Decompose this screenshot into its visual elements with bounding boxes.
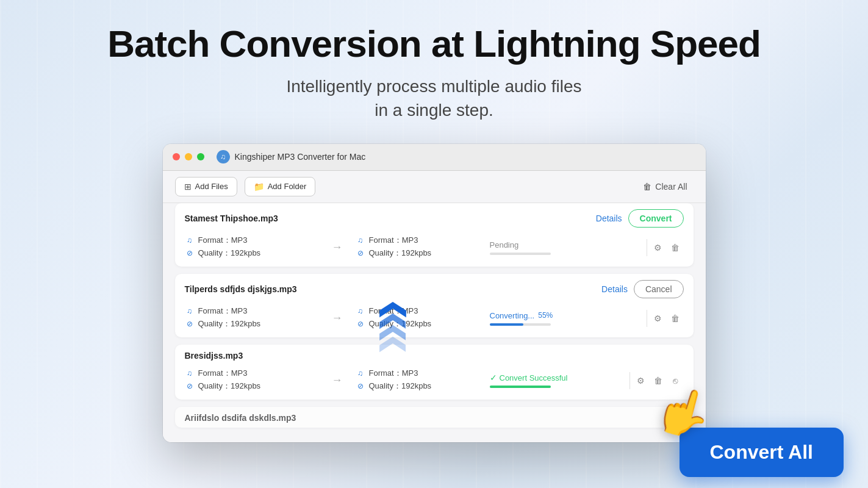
subtitle: Intelligently process multiple audio fil… bbox=[107, 74, 761, 122]
music-icon-out-2: ♫ bbox=[356, 306, 365, 316]
file-item-3: Bresidjss.mp3 ♫ Format：MP3 ⊘ Quality：192… bbox=[175, 345, 694, 400]
status-success-3: ✓ Convert Successful bbox=[490, 373, 575, 382]
converting-area-2: Converting... 55% bbox=[490, 311, 557, 326]
input-quality-item-3: ⊘ Quality：192kpbs bbox=[185, 381, 319, 392]
traffic-light-red[interactable] bbox=[173, 153, 180, 160]
output-quality-item-3: ⊘ Quality：192kpbs bbox=[356, 381, 490, 392]
file-header-1: Stamest Thipshoe.mp3 Details Convert bbox=[175, 203, 694, 232]
file-name-4: Ariifdslo dsdifa dskdls.mp3 bbox=[185, 413, 296, 423]
divider-3 bbox=[629, 372, 630, 389]
add-folder-button[interactable]: 📁 Add Folder bbox=[245, 177, 316, 196]
file-list: Stamest Thipshoe.mp3 Details Convert ♫ F… bbox=[163, 203, 706, 442]
file-details-row-3: ♫ Format：MP3 ⊘ Quality：192kpbs → ♫ bbox=[175, 365, 694, 400]
progress-bar-bg-2 bbox=[490, 323, 551, 326]
output-format-col-1: ♫ Format：MP3 ⊘ Quality：192kpbs bbox=[356, 235, 490, 260]
file-header-2: Tilperds sdfjds djskjgs.mp3 Details Canc… bbox=[175, 274, 694, 303]
cancel-button-2[interactable]: Cancel bbox=[634, 280, 684, 298]
arrow-right-icon-2: → bbox=[332, 312, 343, 325]
status-col-2: Converting... 55% bbox=[490, 311, 644, 326]
app-container: ♫ Kingshiper MP3 Converter for Mac ⊞ Add… bbox=[163, 144, 706, 442]
toolbar: ⊞ Add Files 📁 Add Folder 🗑 Clear All bbox=[163, 171, 706, 203]
settings-icon-3[interactable]: ⚙ bbox=[633, 372, 650, 389]
file-name-3: Bresidjss.mp3 bbox=[185, 351, 243, 361]
music-icon: ♫ bbox=[185, 235, 195, 245]
status-converting-2: Converting... bbox=[490, 311, 535, 320]
input-format-item-3: ♫ Format：MP3 bbox=[185, 368, 319, 379]
music-icon-2: ♫ bbox=[185, 306, 195, 316]
details-link-1[interactable]: Details bbox=[596, 214, 622, 223]
main-title: Batch Conversion at Lightning Speed bbox=[107, 23, 761, 65]
progress-bar-bg-1 bbox=[490, 253, 551, 255]
progress-bar-fill-3 bbox=[490, 386, 551, 388]
input-format-item-2: ♫ Format：MP3 bbox=[185, 306, 319, 317]
percent-text-2: 55% bbox=[538, 311, 553, 320]
output-quality-item-2: ⊘ Quality：192kpbs bbox=[356, 318, 490, 329]
convert-button-1[interactable]: Convert bbox=[628, 209, 684, 228]
app-window: ♫ Kingshiper MP3 Converter for Mac ⊞ Add… bbox=[163, 144, 706, 442]
file-item-2: Tilperds sdfjds djskjgs.mp3 Details Canc… bbox=[175, 274, 694, 337]
arrow-col-3: → bbox=[319, 374, 356, 387]
progress-bar-fill-2 bbox=[490, 323, 523, 326]
traffic-light-yellow[interactable] bbox=[185, 153, 192, 160]
title-bar: ♫ Kingshiper MP3 Converter for Mac bbox=[163, 144, 706, 171]
input-format-item-1: ♫ Format：MP3 bbox=[185, 235, 319, 246]
trash-icon-2[interactable]: 🗑 bbox=[667, 310, 684, 327]
output-format-item-1: ♫ Format：MP3 bbox=[356, 235, 490, 246]
quality-icon-out-2: ⊘ bbox=[356, 319, 365, 329]
output-format-item-3: ♫ Format：MP3 bbox=[356, 368, 490, 379]
arrow-col-1: → bbox=[319, 241, 356, 254]
music-icon-3: ♫ bbox=[185, 368, 195, 378]
quality-icon-3: ⊘ bbox=[185, 381, 195, 391]
status-pending-1: Pending bbox=[490, 240, 551, 249]
quality-icon-2: ⊘ bbox=[185, 319, 195, 329]
quality-icon: ⊘ bbox=[185, 248, 195, 258]
file-name-1: Stamest Thipshoe.mp3 bbox=[185, 214, 278, 223]
progress-bar-bg-3 bbox=[490, 386, 551, 388]
pending-area-1: Pending bbox=[490, 240, 551, 255]
open-folder-icon-3[interactable]: ⎋ bbox=[667, 372, 684, 389]
status-col-1: Pending bbox=[490, 240, 644, 255]
settings-icon-2[interactable]: ⚙ bbox=[650, 310, 667, 327]
app-icon: ♫ bbox=[217, 150, 230, 163]
traffic-light-green[interactable] bbox=[197, 153, 204, 160]
trash-icon-3[interactable]: 🗑 bbox=[650, 372, 667, 389]
quality-icon-out-3: ⊘ bbox=[356, 381, 365, 391]
output-format-item-2: ♫ Format：MP3 bbox=[356, 306, 490, 317]
trash-icon-1[interactable]: 🗑 bbox=[667, 239, 684, 256]
add-files-button[interactable]: ⊞ Add Files bbox=[175, 177, 237, 196]
file-actions-1: Details Convert bbox=[596, 209, 684, 228]
arrow-right-icon: → bbox=[332, 241, 343, 254]
arrow-right-icon-3: → bbox=[332, 374, 343, 387]
status-col-3: ✓ Convert Successful bbox=[490, 373, 627, 388]
convert-all-button[interactable]: Convert All bbox=[680, 428, 844, 477]
output-format-col-2: ♫ Format：MP3 ⊘ Quality：192kpbs bbox=[356, 306, 490, 331]
add-files-icon: ⊞ bbox=[184, 182, 192, 192]
music-icon-out-3: ♫ bbox=[356, 368, 365, 378]
file-header-3: Bresidjss.mp3 bbox=[175, 345, 694, 365]
music-icon-out: ♫ bbox=[356, 235, 365, 245]
file-name-2: Tilperds sdfjds djskjgs.mp3 bbox=[185, 284, 297, 294]
input-quality-item-2: ⊘ Quality：192kpbs bbox=[185, 318, 319, 329]
file-details-row-1: ♫ Format：MP3 ⊘ Quality：192kpbs → ♫ bbox=[175, 232, 694, 267]
app-title-text: Kingshiper MP3 Converter for Mac bbox=[235, 152, 366, 162]
trash-icon: 🗑 bbox=[643, 182, 651, 192]
input-format-col-2: ♫ Format：MP3 ⊘ Quality：192kpbs bbox=[185, 306, 319, 331]
file-item-4: Ariifdslo dsdifa dskdls.mp3 bbox=[175, 407, 694, 428]
header-section: Batch Conversion at Lightning Speed Inte… bbox=[95, 0, 773, 141]
divider-1 bbox=[647, 239, 647, 256]
output-quality-item-1: ⊘ Quality：192kpbs bbox=[356, 248, 490, 259]
details-link-2[interactable]: Details bbox=[601, 284, 628, 294]
file-header-4: Ariifdslo dsdifa dskdls.mp3 bbox=[175, 407, 694, 428]
input-format-col-3: ♫ Format：MP3 ⊘ Quality：192kpbs bbox=[185, 368, 319, 393]
settings-icon-1[interactable]: ⚙ bbox=[650, 239, 667, 256]
add-folder-icon: 📁 bbox=[254, 182, 264, 192]
quality-icon-out: ⊘ bbox=[356, 248, 365, 258]
input-format-col-1: ♫ Format：MP3 ⊘ Quality：192kpbs bbox=[185, 235, 319, 260]
file-actions-2: Details Cancel bbox=[601, 280, 683, 298]
clear-all-button[interactable]: 🗑 Clear All bbox=[637, 178, 693, 195]
input-quality-item-1: ⊘ Quality：192kpbs bbox=[185, 248, 319, 259]
file-item-1: Stamest Thipshoe.mp3 Details Convert ♫ F… bbox=[175, 203, 694, 267]
divider-2 bbox=[647, 310, 647, 327]
arrow-col-2: → bbox=[319, 312, 356, 325]
file-details-row-2: ♫ Format：MP3 ⊘ Quality：192kpbs → ♫ bbox=[175, 303, 694, 337]
